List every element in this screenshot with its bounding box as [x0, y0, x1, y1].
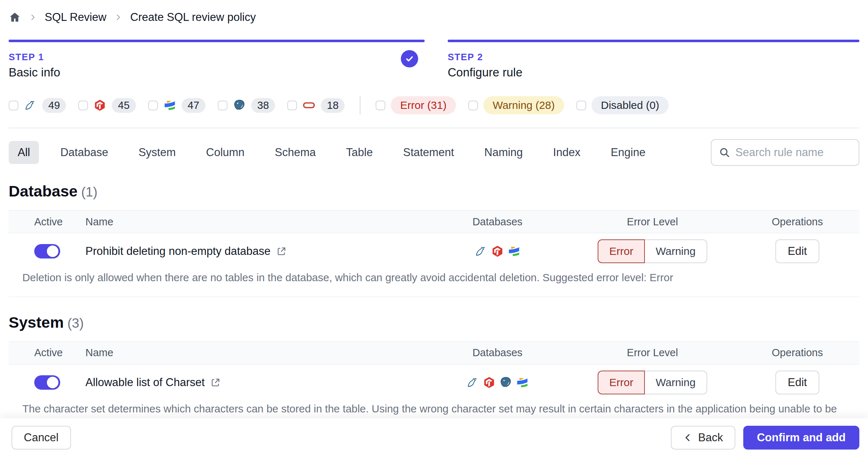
toggle-knob	[47, 377, 58, 388]
oracle-icon	[302, 99, 315, 112]
database-rules-table: Active Name Databases Error Level Operat…	[9, 210, 859, 297]
mysql-icon	[474, 245, 487, 258]
breadcrumb-sql-review[interactable]: SQL Review	[45, 11, 106, 24]
step-2-title: Configure rule	[448, 66, 859, 79]
level-filter-error: Error (31)	[376, 96, 456, 114]
step-2-label: STEP 2	[448, 52, 859, 63]
column-header-databases: Databases	[425, 216, 570, 228]
edit-button[interactable]: Edit	[775, 371, 819, 394]
error-level-error-button[interactable]: Error	[598, 371, 645, 394]
error-level-error-button[interactable]: Error	[598, 239, 645, 263]
external-link-icon[interactable]	[276, 246, 287, 256]
warning-count-pill[interactable]: Warning (28)	[483, 96, 564, 114]
search-box	[711, 139, 859, 166]
oceanbase-icon	[163, 99, 176, 112]
error-level-warning-button[interactable]: Warning	[644, 239, 707, 263]
tidb-icon	[483, 376, 496, 389]
table-row: Allowable list of Charset Error Warning …	[9, 364, 859, 401]
breadcrumb: SQL Review Create SQL review policy	[9, 0, 859, 24]
external-link-icon[interactable]	[211, 377, 221, 388]
section-heading-system: System(3)	[9, 314, 859, 331]
category-tabs-row: AllDatabaseSystemColumnSchemaTableStatem…	[9, 139, 859, 166]
rule-active-toggle[interactable]	[34, 375, 60, 390]
tidb-icon	[491, 245, 504, 258]
tab-schema[interactable]: Schema	[266, 141, 325, 164]
engine-filter-checkbox[interactable]	[148, 101, 158, 110]
engine-filter-tidb: 45	[78, 98, 136, 113]
rule-count-badge: 49	[42, 98, 66, 113]
column-header-operations: Operations	[735, 216, 859, 228]
step-1-progress-bar	[9, 40, 425, 42]
rule-name-link[interactable]: Prohibit deleting non-empty database	[85, 245, 271, 258]
rule-databases	[425, 245, 570, 258]
step-2-progress-bar	[448, 40, 859, 42]
tab-system[interactable]: System	[129, 141, 185, 164]
tidb-icon	[93, 99, 106, 112]
step-1-title: Basic info	[9, 66, 425, 79]
confirm-and-add-button[interactable]: Confirm and add	[743, 426, 859, 450]
error-level-control: Error Warning	[570, 371, 735, 394]
engine-filter-oracle: 18	[287, 98, 345, 113]
error-level-warning-button[interactable]: Warning	[644, 371, 707, 394]
oceanbase-icon	[508, 245, 521, 258]
table-header: Active Name Databases Error Level Operat…	[9, 210, 859, 233]
level-filter-checkbox[interactable]	[468, 101, 478, 110]
engine-filter-checkbox[interactable]	[287, 101, 297, 110]
section-count: (1)	[81, 185, 97, 199]
tab-index[interactable]: Index	[544, 141, 589, 164]
postgres-icon	[233, 99, 246, 112]
level-filter-checkbox[interactable]	[576, 101, 586, 110]
tab-table[interactable]: Table	[337, 141, 382, 164]
mysql-icon	[466, 376, 479, 389]
tab-statement[interactable]: Statement	[394, 141, 463, 164]
mysql-icon	[24, 99, 37, 112]
column-header-error-level: Error Level	[570, 347, 735, 359]
rule-count-badge: 18	[321, 98, 345, 113]
section-title: System	[9, 314, 64, 331]
engine-filter-checkbox[interactable]	[78, 101, 88, 110]
rule-count-badge: 45	[112, 98, 136, 113]
edit-button[interactable]: Edit	[775, 239, 819, 263]
level-filters: Error (31)Warning (28)Disabled (0)	[376, 96, 668, 114]
postgres-icon	[499, 376, 512, 389]
step-completed-check-icon	[401, 50, 418, 67]
column-header-active: Active	[9, 216, 72, 228]
step-2: STEP 2 Configure rule	[448, 40, 859, 79]
rule-active-toggle[interactable]	[34, 244, 60, 258]
column-header-name: Name	[72, 216, 425, 228]
level-filter-warning: Warning (28)	[468, 96, 564, 114]
search-input[interactable]	[735, 146, 851, 159]
tab-engine[interactable]: Engine	[602, 141, 655, 164]
oceanbase-icon	[516, 376, 529, 389]
cancel-button[interactable]: Cancel	[12, 426, 71, 450]
home-icon[interactable]	[9, 11, 21, 23]
engine-filter-mysql: 49	[9, 98, 66, 113]
error-level-control: Error Warning	[570, 239, 735, 263]
step-1-label: STEP 1	[9, 52, 425, 63]
tab-naming[interactable]: Naming	[475, 141, 532, 164]
column-header-error-level: Error Level	[570, 216, 735, 228]
column-header-operations: Operations	[735, 347, 859, 359]
rule-databases	[425, 376, 570, 389]
disabled-count-pill[interactable]: Disabled (0)	[592, 96, 669, 114]
column-header-name: Name	[72, 347, 425, 359]
step-1: STEP 1 Basic info	[9, 40, 425, 79]
level-filter-checkbox[interactable]	[376, 101, 385, 110]
create-sql-review-policy-page: SQL Review Create SQL review policy STEP…	[0, 0, 868, 460]
engine-filter-checkbox[interactable]	[9, 101, 18, 110]
filter-bar: 49 45 47 38 18 Error (31)Warning (28)Dis…	[9, 96, 859, 115]
section-divider	[9, 128, 859, 128]
tab-all[interactable]: All	[9, 141, 39, 164]
search-icon	[719, 147, 730, 158]
rule-count-badge: 38	[251, 98, 275, 113]
tab-database[interactable]: Database	[51, 141, 117, 164]
chevron-left-icon	[683, 433, 693, 443]
engine-filter-checkbox[interactable]	[218, 101, 227, 110]
back-button[interactable]: Back	[671, 426, 735, 450]
error-count-pill[interactable]: Error (31)	[391, 96, 456, 114]
rule-name-link[interactable]: Allowable list of Charset	[85, 376, 205, 389]
tab-column[interactable]: Column	[197, 141, 254, 164]
engine-filters: 49 45 47 38 18	[9, 98, 345, 113]
chevron-right-icon	[29, 13, 37, 21]
category-tabs: AllDatabaseSystemColumnSchemaTableStatem…	[9, 141, 667, 164]
